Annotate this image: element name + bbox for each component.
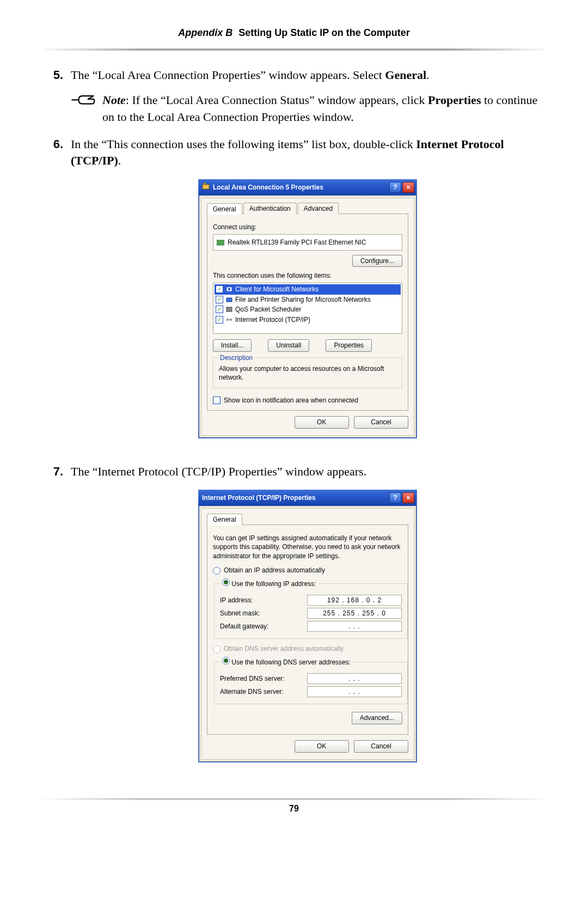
checkbox-icon[interactable]: [216, 316, 223, 324]
close-button[interactable]: ×: [402, 492, 414, 503]
radio-icon: [213, 645, 220, 653]
nic-icon: [217, 239, 224, 246]
page-header: Appendix B Setting Up Static IP on the C…: [44, 27, 544, 44]
pref-dns-label: Preferred DNS server:: [220, 674, 307, 684]
page-number: 79: [44, 804, 544, 814]
svg-rect-6: [226, 307, 232, 312]
ok-button[interactable]: OK: [295, 416, 349, 429]
list-item[interactable]: Internet Protocol (TCP/IP): [215, 315, 401, 325]
mask-label: Subnet mask:: [220, 609, 307, 618]
ip-label: IP address:: [220, 596, 307, 605]
step-5: 5. The “Local Area Connection Properties…: [44, 67, 544, 125]
use-dns-group: Use the following DNS server addresses: …: [214, 657, 408, 705]
nic-name: Realtek RTL8139 Family PCI Fast Ethernet…: [228, 238, 366, 247]
note-pointing-hand-icon: [71, 92, 96, 112]
svg-rect-4: [228, 288, 230, 290]
radio-icon[interactable]: [222, 657, 230, 664]
note-text: Note: If the “Local Area Connection Stat…: [102, 92, 544, 125]
checkbox-icon[interactable]: [216, 306, 223, 313]
svg-rect-1: [204, 183, 206, 185]
gateway-input[interactable]: . . .: [307, 621, 402, 632]
radio-icon[interactable]: [213, 567, 220, 575]
show-icon-label: Show icon in notification area when conn…: [224, 396, 358, 405]
header-title: Setting Up Static IP on the Computer: [238, 27, 410, 38]
list-item[interactable]: QoS Packet Scheduler: [215, 304, 401, 315]
window-icon: [202, 182, 210, 193]
use-ip-legend[interactable]: Use the following IP address:: [220, 578, 318, 589]
intro-text: You can get IP settings assigned automat…: [213, 534, 402, 561]
header-divider: [44, 48, 544, 51]
document-page: Appendix B Setting Up Static IP on the C…: [0, 0, 588, 835]
window-titlebar[interactable]: Local Area Connection 5 Properties ? ×: [199, 180, 416, 196]
ok-button[interactable]: OK: [295, 740, 349, 753]
cancel-button[interactable]: Cancel: [354, 416, 408, 429]
steps-list: 5. The “Local Area Connection Properties…: [44, 67, 544, 777]
connect-using-label: Connect using:: [213, 223, 402, 232]
gateway-label: Default gateway:: [220, 622, 307, 631]
advanced-button[interactable]: Advanced...: [352, 712, 402, 724]
properties-button[interactable]: Properties: [326, 339, 372, 352]
window-title: Local Area Connection 5 Properties: [213, 183, 389, 192]
svg-rect-2: [217, 240, 224, 245]
header-appendix: Appendix B: [178, 27, 232, 38]
qos-icon: [225, 306, 233, 313]
step-5-note: Note: If the “Local Area Connection Stat…: [71, 92, 544, 125]
step-6: 6. In the “This connection uses the foll…: [44, 136, 544, 453]
svg-rect-0: [203, 185, 209, 189]
step-6-text: In the “This connection uses the followi…: [71, 136, 544, 169]
tab-general[interactable]: General: [207, 514, 242, 526]
list-item[interactable]: File and Printer Sharing for Microsoft N…: [215, 295, 401, 305]
cancel-button[interactable]: Cancel: [354, 740, 408, 753]
obtain-dns-row: Obtain DNS server address automatically: [213, 644, 402, 654]
window-lan-properties: Local Area Connection 5 Properties ? × G…: [198, 179, 417, 438]
step-7-text: The “Internet Protocol (TCP/IP) Properti…: [71, 463, 544, 480]
checkbox-icon[interactable]: [216, 296, 223, 303]
step-6-number: 6.: [44, 136, 63, 453]
tab-authentication[interactable]: Authentication: [243, 203, 297, 215]
tab-advanced[interactable]: Advanced: [298, 203, 339, 215]
description-text: Allows your computer to access resources…: [219, 364, 396, 382]
configure-button[interactable]: Configure...: [352, 255, 402, 267]
help-button[interactable]: ?: [389, 182, 401, 193]
uninstall-button[interactable]: Uninstall: [268, 339, 309, 352]
use-ip-group: Use the following IP address: IP address…: [214, 578, 408, 639]
mask-input[interactable]: 255 . 255 . 255 . 0: [307, 608, 402, 619]
step-7: 7. The “Internet Protocol (TCP/IP) Prope…: [44, 463, 544, 777]
close-button[interactable]: ×: [402, 182, 414, 193]
description-label: Description: [218, 353, 255, 363]
step-5-text: The “Local Area Connection Properties” w…: [71, 67, 544, 83]
use-dns-legend[interactable]: Use the following DNS server addresses:: [220, 657, 353, 667]
ip-input[interactable]: 192 . 168 . 0 . 2: [307, 595, 402, 606]
step-7-number: 7.: [44, 463, 63, 777]
description-group: Description Allows your computer to acce…: [213, 357, 402, 388]
tab-panel-general: You can get IP settings assigned automat…: [207, 524, 408, 735]
radio-icon[interactable]: [222, 578, 230, 586]
footer-divider: [44, 798, 544, 800]
client-icon: [225, 286, 233, 292]
pref-dns-input[interactable]: . . .: [307, 673, 402, 684]
checkbox-icon[interactable]: [216, 285, 223, 293]
items-label: This connection uses the following items…: [213, 271, 402, 280]
checkbox-icon[interactable]: [213, 396, 220, 404]
alt-dns-label: Alternate DNS server:: [220, 687, 307, 697]
printer-share-icon: [225, 296, 233, 303]
tab-general[interactable]: General: [207, 203, 242, 215]
window-title: Internet Protocol (TCP/IP) Properties: [202, 493, 389, 503]
tcpip-icon: [225, 316, 233, 323]
obtain-ip-row[interactable]: Obtain an IP address automatically: [213, 566, 402, 575]
items-listbox[interactable]: Client for Microsoft Networks File and P…: [213, 283, 402, 334]
tab-panel-general: Connect using: Realtek RTL8139 Family PC…: [207, 213, 408, 411]
help-button[interactable]: ?: [389, 492, 401, 503]
show-icon-row[interactable]: Show icon in notification area when conn…: [213, 396, 402, 405]
obtain-ip-label: Obtain an IP address automatically: [224, 566, 325, 575]
svg-rect-5: [226, 298, 232, 302]
install-button[interactable]: Install...: [213, 339, 252, 352]
obtain-dns-label: Obtain DNS server address automatically: [224, 644, 344, 654]
window-tcpip-properties: Internet Protocol (TCP/IP) Properties ? …: [198, 490, 417, 762]
tab-strip: General Authentication Advanced: [207, 203, 408, 215]
nic-box[interactable]: Realtek RTL8139 Family PCI Fast Ethernet…: [213, 234, 402, 251]
list-item[interactable]: Client for Microsoft Networks: [215, 284, 401, 295]
window-titlebar[interactable]: Internet Protocol (TCP/IP) Properties ? …: [199, 490, 416, 506]
step-5-number: 5.: [44, 67, 63, 125]
alt-dns-input[interactable]: . . .: [307, 686, 402, 697]
